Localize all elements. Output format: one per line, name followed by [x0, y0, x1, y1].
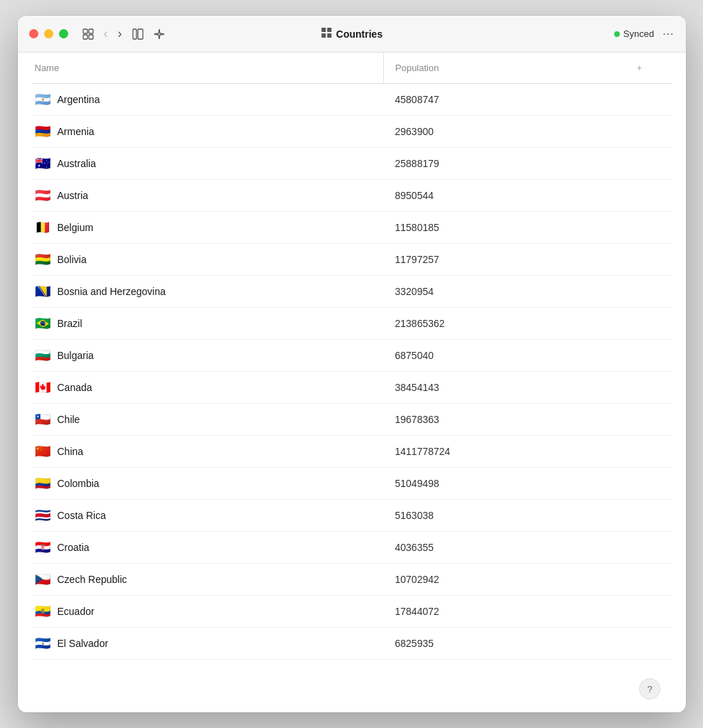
flag-icon: 🇧🇦	[35, 285, 50, 298]
minimize-button[interactable]	[44, 29, 53, 38]
sparkle-icon[interactable]	[154, 28, 165, 40]
flag-icon: 🇧🇷	[35, 317, 50, 330]
title-icon	[321, 27, 332, 41]
country-name: Canada	[58, 382, 92, 393]
table-row[interactable]: 🇨🇷 Costa Rica 5163038	[32, 500, 672, 532]
flag-icon: 🇧🇪	[35, 221, 50, 234]
table-row[interactable]: 🇧🇦 Bosnia and Herzegovina 3320954	[32, 276, 672, 308]
svg-rect-4	[133, 29, 136, 39]
country-name: Costa Rica	[58, 510, 106, 521]
synced-label: Synced	[623, 28, 654, 39]
country-name: El Salvador	[58, 638, 109, 649]
row-add-cell	[608, 148, 672, 180]
population-cell: 6825935	[384, 628, 608, 660]
row-add-cell	[608, 244, 672, 276]
country-name: Croatia	[58, 542, 90, 553]
back-button[interactable]: ‹	[104, 26, 108, 41]
table-row[interactable]: 🇦🇷 Argentina 45808747	[32, 84, 672, 116]
row-add-cell	[608, 340, 672, 372]
population-cell: 2963900	[384, 116, 608, 148]
country-name: Austria	[58, 190, 89, 201]
table-row[interactable]: 🇦🇹 Austria 8950544	[32, 180, 672, 212]
table-row[interactable]: 🇪🇨 Ecuador 17844072	[32, 596, 672, 628]
svg-rect-0	[83, 29, 87, 33]
svg-rect-1	[89, 29, 93, 33]
flag-icon: 🇪🇨	[35, 605, 50, 618]
row-add-cell	[608, 84, 672, 116]
app-window: ‹ ›	[18, 16, 686, 712]
table-row[interactable]: 🇸🇻 El Salvador 6825935	[32, 628, 672, 660]
population-cell: 17844072	[384, 596, 608, 628]
flag-icon: 🇸🇻	[35, 637, 50, 650]
country-name: Colombia	[58, 478, 100, 489]
svg-rect-8	[321, 33, 326, 38]
population-cell: 19678363	[384, 404, 608, 436]
table-row[interactable]: 🇨🇱 Chile 19678363	[32, 404, 672, 436]
svg-rect-3	[89, 35, 93, 39]
column-header-name[interactable]: Name	[32, 53, 384, 84]
flag-icon: 🇨🇦	[35, 381, 50, 394]
help-button[interactable]: ?	[639, 678, 660, 700]
name-cell: 🇨🇷 Costa Rica	[32, 500, 384, 532]
table-row[interactable]: 🇧🇬 Bulgaria 6875040	[32, 340, 672, 372]
name-cell: 🇧🇦 Bosnia and Herzegovina	[32, 276, 384, 308]
more-button[interactable]: ···	[662, 28, 674, 41]
layout-icon[interactable]	[132, 28, 144, 40]
flag-icon: 🇦🇲	[35, 125, 50, 138]
window-title: Countries	[336, 28, 382, 40]
flag-icon: 🇧🇬	[35, 349, 50, 362]
name-cell: 🇧🇷 Brazil	[32, 308, 384, 340]
name-cell: 🇧🇪 Belgium	[32, 212, 384, 244]
country-name: Bulgaria	[58, 350, 94, 361]
row-add-cell	[608, 276, 672, 308]
country-name: Armenia	[58, 126, 95, 137]
table-row[interactable]: 🇨🇴 Colombia 51049498	[32, 468, 672, 500]
name-cell: 🇨🇱 Chile	[32, 404, 384, 436]
column-header-population[interactable]: Population	[384, 53, 608, 84]
table-row[interactable]: 🇧🇷 Brazil 213865362	[32, 308, 672, 340]
flag-icon: 🇨🇱	[35, 413, 50, 426]
name-cell: 🇨🇿 Czech Republic	[32, 564, 384, 596]
name-cell: 🇨🇳 China	[32, 436, 384, 468]
row-add-cell	[608, 468, 672, 500]
svg-rect-7	[327, 28, 331, 32]
table-row[interactable]: 🇨🇦 Canada 38454143	[32, 372, 672, 404]
population-cell: 25888179	[384, 148, 608, 180]
synced-dot	[614, 31, 620, 37]
table-row[interactable]: 🇦🇺 Australia 25888179	[32, 148, 672, 180]
svg-rect-2	[83, 35, 87, 39]
add-column-button[interactable]: +	[608, 53, 672, 84]
maximize-button[interactable]	[59, 29, 68, 38]
table-row[interactable]: 🇭🇷 Croatia 4036355	[32, 532, 672, 564]
population-cell: 213865362	[384, 308, 608, 340]
flag-icon: 🇦🇷	[35, 93, 50, 106]
table-row[interactable]: 🇧🇪 Belgium 11580185	[32, 212, 672, 244]
population-cell: 45808747	[384, 84, 608, 116]
name-cell: 🇧🇴 Bolivia	[32, 244, 384, 276]
svg-rect-6	[321, 28, 326, 32]
table-row[interactable]: 🇦🇲 Armenia 2963900	[32, 116, 672, 148]
name-cell: 🇦🇲 Armenia	[32, 116, 384, 148]
close-button[interactable]	[29, 29, 38, 38]
forward-button[interactable]: ›	[118, 26, 122, 41]
population-cell: 3320954	[384, 276, 608, 308]
country-name: Bosnia and Herzegovina	[58, 286, 166, 297]
country-name: Brazil	[58, 318, 82, 329]
table-row[interactable]: 🇨🇿 Czech Republic 10702942	[32, 564, 672, 596]
row-add-cell	[608, 596, 672, 628]
country-name: Australia	[58, 158, 96, 169]
population-cell: 51049498	[384, 468, 608, 500]
country-name: Chile	[58, 414, 80, 425]
grid-icon[interactable]	[82, 28, 94, 40]
table-row[interactable]: 🇧🇴 Bolivia 11797257	[32, 244, 672, 276]
flag-icon: 🇦🇹	[35, 189, 50, 202]
synced-badge: Synced	[614, 28, 654, 39]
country-name: China	[58, 446, 84, 457]
flag-icon: 🇧🇴	[35, 253, 50, 266]
population-cell: 10702942	[384, 564, 608, 596]
table-header-row: Name Population +	[32, 53, 672, 84]
population-cell: 5163038	[384, 500, 608, 532]
flag-icon: 🇨🇷	[35, 509, 50, 522]
svg-rect-5	[138, 29, 143, 39]
table-row[interactable]: 🇨🇳 China 1411778724	[32, 436, 672, 468]
